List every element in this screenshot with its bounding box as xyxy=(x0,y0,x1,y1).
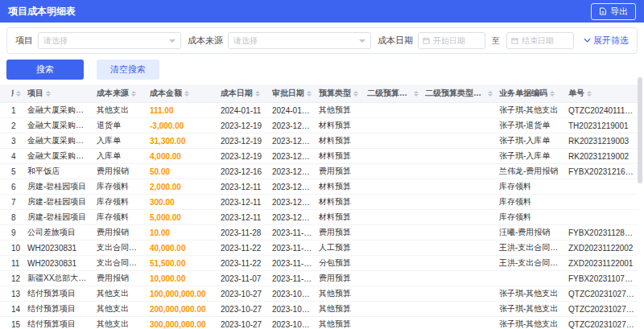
export-label: 导出 xyxy=(610,6,628,18)
chevron-down-icon xyxy=(359,39,365,43)
table-body: 1金融大厦采购项目其他支出111.002024-01-112024-01-11其… xyxy=(0,103,638,329)
cell: 2023-10-27 xyxy=(217,286,269,302)
cell: 2023-12-19 xyxy=(269,118,316,134)
cell: 房建-碧桂园项目 xyxy=(24,179,93,195)
cell: 新疆XX总部大厦工程二期 xyxy=(24,271,93,286)
calendar-icon xyxy=(511,37,518,44)
cell: 费用预算 xyxy=(316,271,364,286)
table-row: 4金融大厦采购项目入库单4,000.002023-12-192023-12-19… xyxy=(0,149,638,164)
cell: 50.00 xyxy=(147,164,217,179)
cell: 其他预算 xyxy=(316,103,364,118)
cell xyxy=(565,179,638,195)
column-header-5[interactable]: 审批日期 xyxy=(269,84,316,103)
date-filter-group: 成本日期 开始日期 至 结束日期 xyxy=(378,32,574,49)
sort-icon[interactable] xyxy=(184,91,189,97)
cell: 库存领料 xyxy=(496,179,565,195)
cell: 退货单 xyxy=(93,118,147,134)
column-header-1[interactable]: 项目 xyxy=(24,84,93,103)
expand-filter-link[interactable]: 展开筛选 xyxy=(584,35,629,47)
date-end-input[interactable]: 结束日期 xyxy=(506,32,574,49)
sort-icon[interactable] xyxy=(587,91,592,97)
clear-search-button[interactable]: 清空搜索 xyxy=(97,60,159,80)
cell: RK20231219002 xyxy=(565,149,638,164)
export-button[interactable]: 导出 xyxy=(591,3,636,20)
cell: 9 xyxy=(0,225,24,241)
cell xyxy=(422,118,496,134)
table-container: 序号项目成本来源成本金额成本日期审批日期预算类型二级预算类型二级预算类型编码业务… xyxy=(0,84,644,329)
sort-icon[interactable] xyxy=(255,91,260,97)
cell: 7 xyxy=(0,195,24,210)
cell: 2023-11-07 xyxy=(217,271,269,286)
cell: 王洪-支出合同执行 xyxy=(496,256,565,271)
cell: 2024-01-11 xyxy=(217,103,269,118)
cell: 其他支出 xyxy=(93,302,147,317)
cell: 5 xyxy=(0,164,24,179)
cell: 300.00 xyxy=(147,195,217,210)
column-header-10[interactable]: 单号 xyxy=(565,84,638,103)
cell: 张子琪-其他支出 xyxy=(496,103,565,118)
cell: 5,000.00 xyxy=(147,210,217,225)
column-header-label: 二级预算类型 xyxy=(367,88,411,99)
column-header-label: 成本来源 xyxy=(97,88,129,99)
cell: 2023-12-19 xyxy=(217,149,269,164)
cell xyxy=(422,210,496,225)
cell: 张子琪-其他支出 xyxy=(496,286,565,302)
cell: 2,000.00 xyxy=(147,179,217,195)
project-select-placeholder: 请选择 xyxy=(43,35,68,47)
sort-icon[interactable] xyxy=(550,91,555,97)
table-row: 8房建-碧桂园项目库存领料5,000.002023-12-112023-12-1… xyxy=(0,210,638,225)
sort-icon[interactable] xyxy=(414,91,419,97)
cell: 2023-12-11 xyxy=(269,210,316,225)
column-header-label: 成本金额 xyxy=(150,88,182,99)
cell xyxy=(364,241,422,256)
column-header-7[interactable]: 二级预算类型 xyxy=(364,84,422,103)
cell xyxy=(364,118,422,134)
cell: ZXD20231122002 xyxy=(565,241,638,256)
cell: 3 xyxy=(0,134,24,149)
cell: 张子琪-退货单 xyxy=(496,118,565,134)
cell xyxy=(364,149,422,164)
top-bar: 项目成本明细表 导出 xyxy=(0,0,644,23)
cell: 300,000,000.00 xyxy=(147,317,217,329)
project-select[interactable]: 请选择 xyxy=(38,32,181,49)
cell: 2 xyxy=(0,118,24,134)
cell: 2024-01-11 xyxy=(269,103,316,118)
table-row: 6房建-碧桂园项目库存领料2,000.002023-12-112023-12-1… xyxy=(0,179,638,195)
column-header-0[interactable]: 序号 xyxy=(0,84,24,103)
sort-icon[interactable] xyxy=(307,91,312,97)
cell: 材料预算 xyxy=(316,134,364,149)
date-start-input[interactable]: 开始日期 xyxy=(418,32,485,49)
cell: 库存领料 xyxy=(93,210,147,225)
cell xyxy=(422,271,496,286)
calendar-icon xyxy=(423,37,430,44)
cell: 入库单 xyxy=(93,149,147,164)
vertical-scrollbar[interactable] xyxy=(638,77,642,183)
cell: 金融大厦采购项目 xyxy=(24,134,93,149)
search-button[interactable]: 搜索 xyxy=(6,60,84,80)
column-header-3[interactable]: 成本金额 xyxy=(147,84,217,103)
column-header-4[interactable]: 成本日期 xyxy=(217,84,269,103)
sort-icon[interactable] xyxy=(131,91,136,97)
cell: 2023-10-27 xyxy=(217,302,269,317)
cell xyxy=(364,210,422,225)
cell: FYBX20231128001 xyxy=(565,225,638,241)
column-header-8[interactable]: 二级预算类型编码 xyxy=(422,84,496,103)
source-select[interactable]: 请选择 xyxy=(228,32,371,49)
cell: 结付预算项目 xyxy=(24,317,93,329)
sort-icon[interactable] xyxy=(353,91,358,97)
column-header-9[interactable]: 业务单据编码 xyxy=(496,84,565,103)
cell: 费用预算 xyxy=(316,164,364,179)
cell: 2023-12-19 xyxy=(269,134,316,149)
cell: 和平饭店 xyxy=(24,164,93,179)
column-header-2[interactable]: 成本来源 xyxy=(93,84,147,103)
cell: 兰伟龙-费用报销 xyxy=(496,164,565,179)
sort-icon[interactable] xyxy=(46,91,51,97)
sort-icon[interactable] xyxy=(16,91,21,97)
cell: 2023-12-19 xyxy=(269,149,316,164)
cell: WH20230831 xyxy=(24,256,93,271)
cell xyxy=(364,103,422,118)
column-header-6[interactable]: 预算类型 xyxy=(316,84,364,103)
sort-icon[interactable] xyxy=(488,91,493,97)
cell: 2023-12-11 xyxy=(269,195,316,210)
source-filter-group: 成本来源 请选择 xyxy=(188,32,371,49)
